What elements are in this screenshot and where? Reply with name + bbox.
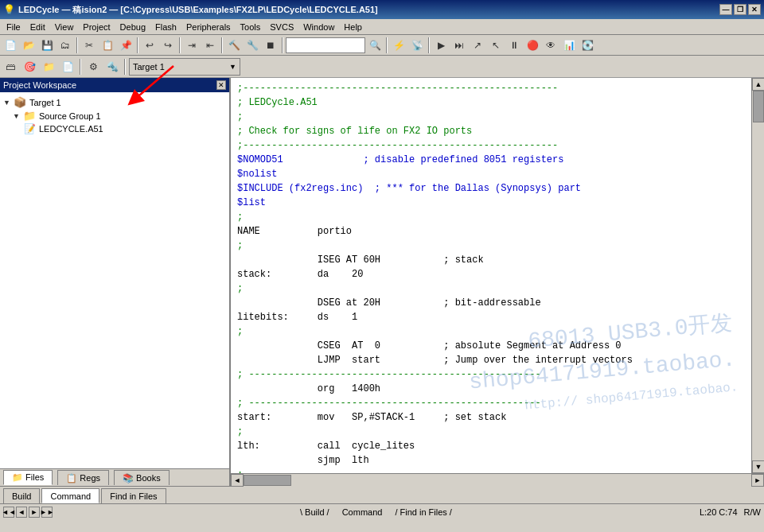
locals-button[interactable]: 📊 bbox=[560, 37, 578, 54]
tab-files[interactable]: 📁 Files bbox=[3, 470, 53, 485]
menu-flash[interactable]: Flash bbox=[150, 21, 181, 33]
target-btn[interactable]: 🎯 bbox=[21, 58, 38, 76]
redo-button[interactable]: ↪ bbox=[159, 37, 177, 54]
sep6 bbox=[386, 37, 388, 53]
cut-button[interactable]: ✂ bbox=[80, 37, 98, 54]
tab-command[interactable]: Command bbox=[41, 488, 99, 503]
h-scroll-thumb[interactable] bbox=[244, 475, 291, 486]
close-button[interactable]: ✕ bbox=[748, 4, 761, 15]
build-button[interactable]: 🔨 bbox=[225, 37, 243, 54]
code-line: stack: da 20 bbox=[237, 267, 745, 282]
run-button[interactable]: ▶ bbox=[432, 37, 450, 54]
nav-first-button[interactable]: ◄◄ bbox=[3, 507, 14, 518]
group-btn[interactable]: 📁 bbox=[40, 58, 57, 76]
code-line: DSEG at 20H ; bit-addressable bbox=[237, 296, 745, 310]
breakpoint-button[interactable]: 🔴 bbox=[524, 37, 541, 54]
scroll-left-button[interactable]: ◄ bbox=[231, 474, 244, 487]
flash-button[interactable]: ⚡ bbox=[390, 37, 407, 54]
file-btn[interactable]: 📄 bbox=[59, 58, 76, 76]
code-line: $list bbox=[237, 196, 745, 210]
source-folder-icon: 📁 bbox=[23, 110, 36, 122]
project-tree: ▼ 📦 Target 1 ▼ 📁 Source Group 1 📝 LEDCYC… bbox=[0, 92, 229, 468]
scroll-right-button[interactable]: ► bbox=[751, 474, 764, 487]
menu-svcs[interactable]: SVCS bbox=[265, 21, 298, 33]
code-editor[interactable]: 68013 USB3.0开发 shop64171919.taobao. http… bbox=[231, 78, 751, 473]
menu-file[interactable]: File bbox=[2, 21, 25, 33]
scroll-down-button[interactable]: ▼ bbox=[752, 460, 764, 473]
new-button[interactable]: 📄 bbox=[2, 37, 19, 54]
restore-button[interactable]: ❐ bbox=[734, 4, 746, 15]
code-line: ;---------------------------------------… bbox=[237, 138, 745, 153]
minimize-button[interactable]: — bbox=[719, 4, 732, 15]
vertical-scrollbar[interactable]: ▲ ▼ bbox=[751, 78, 764, 473]
tree-item-file[interactable]: 📝 LEDCYCLE.A51 bbox=[3, 122, 226, 135]
target-folder-icon: 📦 bbox=[14, 96, 26, 108]
tab-find-in-files[interactable]: Find in Files bbox=[101, 488, 166, 503]
title-text: LEDCycle — 稿ision2 — [C:\Cypress\USB\Exa… bbox=[18, 4, 378, 16]
indent-button[interactable]: ⇥ bbox=[183, 37, 201, 54]
scroll-thumb[interactable] bbox=[753, 91, 764, 122]
flash2-button[interactable]: 📡 bbox=[408, 37, 426, 54]
save-all-button[interactable]: 🗂 bbox=[57, 37, 74, 54]
menu-window[interactable]: Window bbox=[298, 21, 339, 33]
menu-project[interactable]: Project bbox=[78, 21, 115, 33]
search-button[interactable]: 🔍 bbox=[366, 37, 384, 54]
stop-button[interactable]: ⏹ bbox=[262, 37, 279, 54]
code-line: ; bbox=[237, 239, 745, 253]
edit-mode: R/W bbox=[744, 507, 761, 517]
panel-title: Project Workspace bbox=[3, 80, 76, 90]
menu-bar: File Edit View Project Debug Flash Perip… bbox=[0, 19, 764, 35]
nav-next-button[interactable]: ► bbox=[29, 507, 40, 518]
undo-button[interactable]: ↩ bbox=[141, 37, 158, 54]
menu-help[interactable]: Help bbox=[339, 21, 367, 33]
status-build-tab[interactable]: \ Build / bbox=[295, 507, 334, 517]
nav-last-button[interactable]: ►► bbox=[41, 507, 53, 518]
scroll-up-button[interactable]: ▲ bbox=[752, 78, 764, 91]
rebuild-button[interactable]: 🔧 bbox=[244, 37, 261, 54]
workspace-btn[interactable]: 🗃 bbox=[2, 58, 19, 76]
menu-peripherals[interactable]: Peripherals bbox=[181, 21, 236, 33]
sep5 bbox=[282, 37, 283, 53]
code-line: lth: call cycle_lites bbox=[237, 439, 745, 453]
menu-debug[interactable]: Debug bbox=[115, 21, 150, 33]
panel-close-button[interactable]: ✕ bbox=[216, 80, 226, 90]
file-icon: 📝 bbox=[24, 123, 36, 134]
save-button[interactable]: 💾 bbox=[38, 37, 56, 54]
code-line: ISEG AT 60H ; stack bbox=[237, 253, 745, 267]
tab-regs[interactable]: 📋 Regs bbox=[57, 470, 109, 485]
stop-run-button[interactable]: ⏸ bbox=[505, 37, 523, 54]
menu-edit[interactable]: Edit bbox=[25, 21, 50, 33]
h-scroll-track bbox=[244, 474, 751, 487]
watch-button[interactable]: 👁 bbox=[542, 37, 559, 54]
tree-item-source-group[interactable]: ▼ 📁 Source Group 1 bbox=[3, 109, 226, 122]
panel-bottom-tabs: 📁 Files 📋 Regs 📚 Books bbox=[0, 468, 229, 486]
tab-books[interactable]: 📚 Books bbox=[114, 470, 170, 485]
open-button[interactable]: 📂 bbox=[20, 37, 37, 54]
outdent-button[interactable]: ⇤ bbox=[201, 37, 219, 54]
sep7 bbox=[428, 37, 430, 53]
status-command-tab[interactable]: Command bbox=[337, 507, 388, 517]
copy-button[interactable]: 📋 bbox=[99, 37, 116, 54]
menu-tools[interactable]: Tools bbox=[236, 21, 266, 33]
code-line: ; --------------------------------------… bbox=[237, 396, 745, 410]
stepover-button[interactable]: ↗ bbox=[469, 37, 486, 54]
target-dropdown[interactable]: Target 1 ▼ bbox=[129, 58, 240, 76]
sep4 bbox=[221, 37, 223, 53]
nav-prev-button[interactable]: ◄ bbox=[16, 507, 27, 518]
step-button[interactable]: ⏭ bbox=[450, 37, 468, 54]
menu-view[interactable]: View bbox=[50, 21, 79, 33]
tree-label2: Source Group 1 bbox=[39, 111, 101, 121]
status-find-tab[interactable]: / Find in Files / bbox=[390, 507, 457, 517]
tree-item-target[interactable]: ▼ 📦 Target 1 bbox=[3, 95, 226, 109]
memory-button[interactable]: 💽 bbox=[579, 37, 596, 54]
paste-button[interactable]: 📌 bbox=[117, 37, 134, 54]
code-line: $NOMOD51 ; disable predefined 8051 regis… bbox=[237, 153, 745, 167]
sep8 bbox=[80, 59, 81, 75]
sep1 bbox=[76, 37, 78, 53]
code-editor-wrap: 68013 USB3.0开发 shop64171919.taobao. http… bbox=[231, 78, 764, 486]
search-input[interactable] bbox=[286, 37, 365, 53]
stepout-button[interactable]: ↖ bbox=[487, 37, 505, 54]
options-btn[interactable]: ⚙ bbox=[84, 58, 102, 76]
tab-build[interactable]: Build bbox=[3, 488, 40, 503]
target-options-btn[interactable]: 🔩 bbox=[103, 58, 121, 76]
